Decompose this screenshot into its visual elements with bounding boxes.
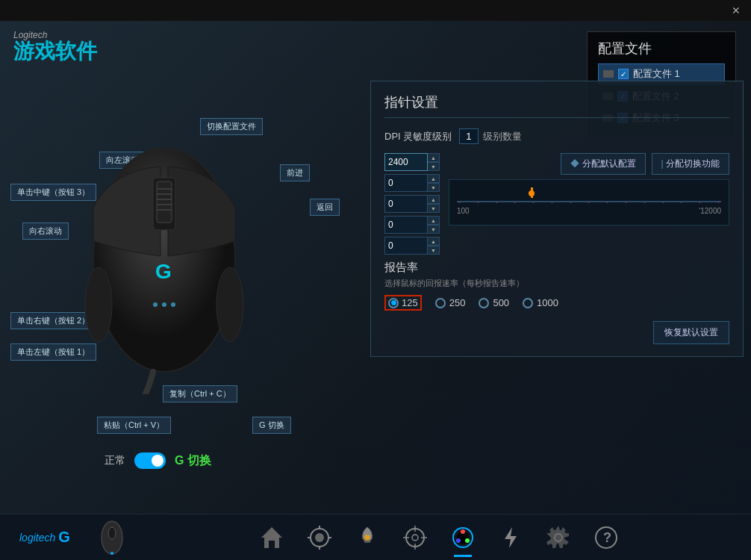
taskbar-icon-settings[interactable] <box>542 521 575 554</box>
report-options: 125 250 500 1000 <box>384 295 729 311</box>
profile-icon-1 <box>603 70 614 78</box>
profile-check-1: ✓ <box>618 69 629 79</box>
slider-label-max: '12000 <box>699 207 721 215</box>
mode-toggle[interactable] <box>134 452 166 469</box>
report-option-500[interactable]: 500 <box>479 297 509 308</box>
settings-bottom: 恢复默认设置 <box>384 321 729 344</box>
normal-mode-label: 正常 <box>105 454 125 467</box>
report-label-125: 125 <box>402 297 418 308</box>
dpi-spin-down-2[interactable]: ▼ <box>428 183 440 192</box>
slider-dots <box>457 201 721 202</box>
taskbar-icon-color[interactable] <box>446 521 479 554</box>
dpi-input-1[interactable] <box>384 153 428 171</box>
dpi-input-3[interactable] <box>384 195 428 213</box>
dpi-input-group-5: ▲ ▼ <box>384 237 440 255</box>
dpi-spin-up-3[interactable]: ▲ <box>428 195 440 204</box>
taskbar-icon-dpi[interactable] <box>399 521 431 554</box>
dpi-spin-down-1[interactable]: ▼ <box>428 162 440 171</box>
svg-point-37 <box>465 538 470 543</box>
mouse-svg: G <box>45 111 284 394</box>
dpi-spin-down-5[interactable]: ▼ <box>428 246 440 255</box>
g-mode-label: G 切换 <box>175 453 211 469</box>
svg-point-36 <box>461 529 465 534</box>
taskbar-logo-text: logitech <box>19 532 55 544</box>
slider-dot <box>662 201 664 203</box>
dpi-input-group-4: ▲ ▼ <box>384 216 440 234</box>
label-g-switch[interactable]: G 切换 <box>252 417 291 434</box>
dpi-input-group-1: ▲ ▼ <box>384 153 440 171</box>
report-option-125[interactable]: 125 <box>384 295 422 311</box>
lighting-icon <box>354 524 381 551</box>
dpi-spinbtns-5: ▲ ▼ <box>428 237 440 255</box>
mouse-icon-svg <box>99 519 125 556</box>
titlebar: ✕ <box>0 0 751 21</box>
slider-dot <box>514 201 516 203</box>
report-label-250: 250 <box>449 297 466 308</box>
dpi-spin-up-5[interactable]: ▲ <box>428 237 440 246</box>
report-option-1000[interactable]: 1000 <box>523 297 558 308</box>
taskbar: logitech G <box>0 514 751 560</box>
dpi-input-group-2: ▲ ▼ <box>384 174 440 192</box>
dpi-spin-up-1[interactable]: ▲ <box>428 153 440 162</box>
svg-point-20 <box>315 533 324 542</box>
profile-panel-title: 配置文件 <box>598 40 725 57</box>
svg-rect-26 <box>364 541 370 543</box>
dpi-input-4[interactable] <box>384 216 428 234</box>
svg-point-29 <box>412 535 418 541</box>
taskbar-logo: logitech G <box>7 529 82 546</box>
taskbar-mouse-device[interactable] <box>90 519 134 556</box>
radio-1000 <box>523 298 533 308</box>
profile-label-1: 配置文件 1 <box>633 67 680 81</box>
report-label-500: 500 <box>493 297 509 308</box>
slider-dot <box>551 201 553 203</box>
svg-point-10 <box>162 302 166 307</box>
svg-point-13 <box>216 267 243 342</box>
slider-label-min: 100 <box>457 207 470 215</box>
report-option-250[interactable]: 250 <box>435 297 466 308</box>
label-back[interactable]: 返回 <box>310 199 340 216</box>
close-button[interactable]: ✕ <box>727 3 745 18</box>
dpi-spin-up-2[interactable]: ▲ <box>428 174 440 183</box>
slider-dot <box>477 201 479 203</box>
restore-button[interactable]: 恢复默认设置 <box>653 321 729 344</box>
svg-text:?: ? <box>603 530 611 545</box>
label-paste[interactable]: 粘贴（Ctrl + V） <box>97 417 171 434</box>
slider-dot <box>699 201 701 203</box>
mode-switch-row: 正常 G 切换 <box>105 452 211 469</box>
dpi-spinbtns-4: ▲ ▼ <box>428 216 440 234</box>
assign-default-btn[interactable]: 分配默认配置 <box>561 153 645 175</box>
svg-point-9 <box>153 302 158 307</box>
slider-track[interactable] <box>457 201 721 202</box>
taskbar-icons: ? <box>134 521 744 554</box>
toggle-knob <box>152 455 163 467</box>
svg-point-27 <box>364 535 370 541</box>
dpi-slider-area: 100 '12000 <box>449 179 729 225</box>
slider-dot <box>496 201 498 203</box>
taskbar-icon-home[interactable] <box>255 521 288 554</box>
svg-point-11 <box>171 302 175 307</box>
slider-container: 100 '12000 <box>457 187 721 217</box>
svg-point-17 <box>110 552 113 555</box>
selected-box: 125 <box>384 295 422 311</box>
logo-area: Logitech 游戏软件 <box>13 30 97 63</box>
svg-point-12 <box>85 267 112 342</box>
speed-icon <box>497 524 524 551</box>
dpi-right-col: 分配默认配置 分配切换功能 <box>449 153 729 255</box>
taskbar-icon-speed[interactable] <box>494 521 527 554</box>
dpi-spin-down-3[interactable]: ▼ <box>428 204 440 213</box>
dpi-spin-down-4[interactable]: ▼ <box>428 225 440 234</box>
taskbar-icon-lighting[interactable] <box>351 521 384 554</box>
logo-title: 游戏软件 <box>13 40 97 63</box>
svg-rect-2 <box>157 181 172 223</box>
assign-switch-btn[interactable]: 分配切换功能 <box>652 153 729 175</box>
taskbar-icon-help[interactable]: ? <box>590 521 623 554</box>
home-icon <box>258 524 285 551</box>
taskbar-icon-processor[interactable] <box>303 521 336 554</box>
dpi-input-2[interactable] <box>384 174 428 192</box>
report-subtitle: 选择鼠标的回报速率（每秒报告速率） <box>384 278 729 289</box>
mouse-diagram: G <box>45 111 306 394</box>
dpi-spin-up-4[interactable]: ▲ <box>428 216 440 225</box>
dpi-input-5[interactable] <box>384 237 428 255</box>
slider-dot <box>606 201 608 203</box>
radio-125 <box>388 298 399 308</box>
